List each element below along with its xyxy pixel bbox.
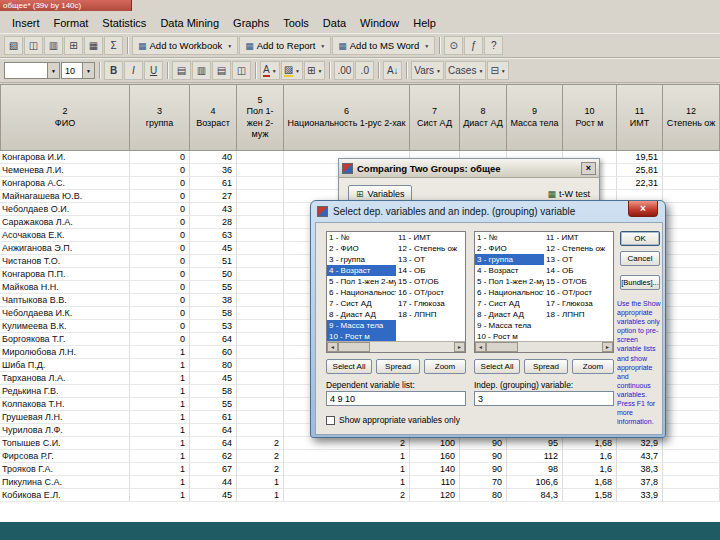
cell[interactable]: 1	[130, 411, 190, 424]
variable-item[interactable]: 2 - ФИО	[327, 243, 396, 254]
menu-item-help[interactable]: Help	[406, 15, 443, 31]
cell[interactable]: Асочакова Е.К.	[0, 229, 130, 242]
cell[interactable]: 0	[130, 281, 190, 294]
cell[interactable]	[663, 255, 720, 268]
cell[interactable]: Грушевая Л.Н.	[0, 411, 130, 424]
font-color-button[interactable]: A▼	[260, 61, 280, 80]
cell[interactable]: Трояков Г.А.	[0, 463, 130, 476]
cell[interactable]: 0	[130, 164, 190, 177]
cell[interactable]	[237, 268, 284, 281]
variable-item[interactable]: 12 - Степень ож	[396, 243, 465, 254]
cell[interactable]: Майкова Н.Н.	[0, 281, 130, 294]
spread-button-left[interactable]: Spread	[376, 359, 420, 374]
cell[interactable]	[663, 333, 720, 346]
cell[interactable]: 84,3	[507, 489, 563, 502]
variable-item[interactable]: 6 - Национальность 1-рус 2-хак	[475, 287, 544, 298]
column-header-2[interactable]: 2ФИО	[0, 84, 130, 151]
show-appropriate-variables-checkbox[interactable]: Show appropriate variables only	[326, 415, 460, 425]
dependent-variable-list-input[interactable]	[326, 391, 466, 406]
cell[interactable]	[237, 229, 284, 242]
variable-item[interactable]: 13 - ОТ	[544, 254, 613, 265]
cell[interactable]: 120	[410, 489, 460, 502]
spreadsheet-window-title[interactable]: общее* (39v by 140c)	[0, 0, 132, 11]
column-header-12[interactable]: 12Степень ож	[663, 84, 720, 151]
zoom-button-left[interactable]: Zoom	[424, 359, 466, 374]
cell[interactable]: 0	[130, 216, 190, 229]
cell[interactable]: 58	[190, 385, 237, 398]
menu-item-window[interactable]: Window	[353, 15, 406, 31]
cell[interactable]: 28	[190, 216, 237, 229]
variable-item[interactable]: 5 - Пол 1-жен 2-муж	[327, 276, 396, 287]
bundles-button[interactable]: [Bundles]...	[620, 275, 660, 290]
cell[interactable]: Боргоякова Т.Г.	[0, 333, 130, 346]
cell[interactable]: 1	[284, 476, 410, 489]
align-center-button[interactable]: ▥	[192, 61, 211, 80]
cell[interactable]: 64	[190, 424, 237, 437]
function-icon[interactable]: ƒ	[464, 36, 483, 55]
horizontal-scrollbar[interactable]: ◄►	[475, 341, 613, 352]
cell[interactable]: 0	[130, 242, 190, 255]
cell[interactable]: 2	[237, 463, 284, 476]
scroll-right-icon[interactable]: ►	[454, 342, 465, 352]
cell[interactable]: Конгарова П.П.	[0, 268, 130, 281]
cell[interactable]: Топышев С.И.	[0, 437, 130, 450]
underline-button[interactable]: U	[144, 61, 163, 80]
menu-item-graphs[interactable]: Graphs	[226, 15, 276, 31]
cell[interactable]	[663, 437, 720, 450]
variable-item[interactable]: 4 - Возраст	[327, 265, 396, 276]
cell[interactable]: 1	[284, 463, 410, 476]
cell[interactable]	[237, 190, 284, 203]
cell[interactable]: 2	[237, 437, 284, 450]
cell[interactable]: 90	[460, 450, 507, 463]
cell[interactable]: 140	[410, 463, 460, 476]
cell[interactable]: 1,68	[563, 476, 617, 489]
cell[interactable]: 25,81	[617, 164, 663, 177]
cell[interactable]: 100	[410, 437, 460, 450]
cell[interactable]: Майнагашева Ю.В.	[0, 190, 130, 203]
cell[interactable]: 0	[130, 203, 190, 216]
variable-item[interactable]: 7 - Сист АД	[475, 298, 544, 309]
scrollbar-thumb[interactable]	[486, 342, 518, 352]
cell[interactable]: 44	[190, 476, 237, 489]
cell[interactable]: 64	[190, 333, 237, 346]
variable-item[interactable]: 17 - Глюкоза	[396, 298, 465, 309]
cell[interactable]	[663, 411, 720, 424]
cell[interactable]	[237, 372, 284, 385]
paste-icon[interactable]: ▥	[44, 36, 63, 55]
format-select[interactable]: ▼	[4, 62, 60, 79]
cell[interactable]	[237, 385, 284, 398]
variable-item[interactable]: 18 - ЛПНП	[544, 309, 613, 320]
cell[interactable]	[237, 294, 284, 307]
column-header-7[interactable]: 7Сист АД	[410, 84, 460, 151]
cases-button[interactable]: Cases▼	[445, 61, 486, 80]
cell[interactable]: Фирсова Р.Г.	[0, 450, 130, 463]
t-w-test-option[interactable]: ▦ t-W test	[547, 189, 590, 199]
cell[interactable]	[237, 216, 284, 229]
variable-item[interactable]: 9 - Масса тела	[327, 320, 396, 331]
cell[interactable]: 38,3	[617, 463, 663, 476]
cell[interactable]: 67	[190, 463, 237, 476]
menu-item-data-mining[interactable]: Data Mining	[153, 15, 226, 31]
cell[interactable]: 98	[507, 463, 563, 476]
grid-icon[interactable]: ⊞	[64, 36, 83, 55]
sum-icon[interactable]: Σ	[104, 36, 123, 55]
cell[interactable]: Чурилова Л.Ф.	[0, 424, 130, 437]
close-icon[interactable]: ×	[628, 201, 658, 217]
variable-item[interactable]: 14 - ОБ	[396, 265, 465, 276]
ok-button[interactable]: OK	[620, 231, 660, 246]
cell[interactable]: 0	[130, 255, 190, 268]
column-header-9[interactable]: 9Масса тела	[507, 84, 563, 151]
analysis-icon[interactable]: ▧	[4, 36, 23, 55]
cell[interactable]: 0	[130, 333, 190, 346]
cell[interactable]	[663, 489, 720, 502]
column-header-8[interactable]: 8Диаст АД	[460, 84, 507, 151]
cell[interactable]: 80	[190, 359, 237, 372]
column-header-3[interactable]: 3группа	[130, 84, 190, 151]
cell[interactable]: 1	[237, 489, 284, 502]
scroll-left-icon[interactable]: ◄	[475, 342, 486, 352]
add-to-workbook-button[interactable]: ▦Add to Workbook▼	[132, 36, 238, 55]
cell[interactable]	[663, 372, 720, 385]
cell[interactable]	[663, 229, 720, 242]
cell[interactable]: 0	[130, 268, 190, 281]
font-size-select[interactable]: 10▼	[61, 62, 95, 79]
